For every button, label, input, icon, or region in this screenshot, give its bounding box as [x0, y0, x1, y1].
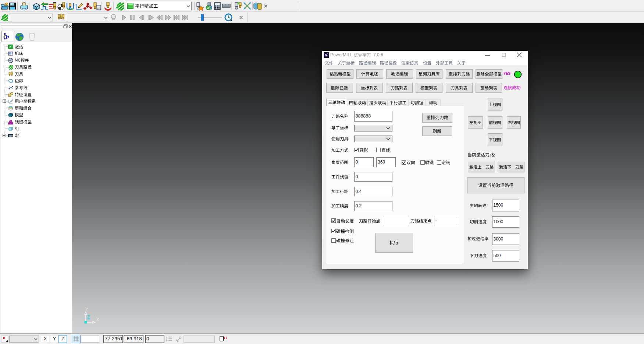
svg-text:z: z [166, 340, 167, 342]
svg-text:MACRO: MACRO [9, 136, 14, 137]
